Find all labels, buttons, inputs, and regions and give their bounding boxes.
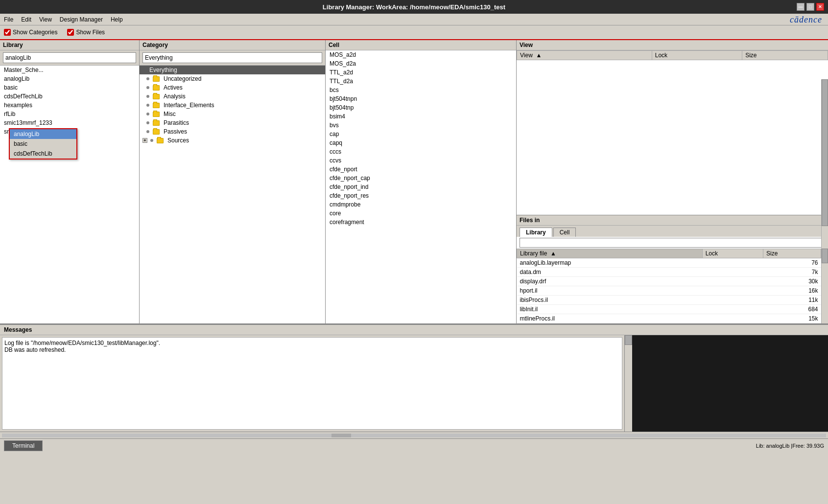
category-item-misc[interactable]: Misc [140,110,325,118]
dot-icon [146,113,149,115]
table-row[interactable]: ibisProcs.il 11k [517,296,828,305]
list-item[interactable]: cap [326,130,516,138]
file-name: analogLib.layermap [517,258,703,268]
view-col-view[interactable]: View ▲ [517,51,652,60]
list-item[interactable]: cccs [326,147,516,156]
files-scrollbar[interactable] [821,249,828,323]
dropdown-item-basic[interactable]: basic [10,139,76,149]
list-item[interactable]: basic [0,83,139,92]
files-in-header: Files in [517,215,828,226]
list-item[interactable]: corefragment [326,218,516,227]
category-item-everything[interactable]: Everything [140,66,325,74]
list-item[interactable]: bsim4 [326,112,516,121]
cat-label: Misc [164,111,176,117]
show-categories-toggle[interactable]: Show Categories [4,29,57,36]
table-row[interactable]: data.dm 7k [517,268,828,277]
folder-icon [153,76,160,82]
files-table-container: Library file ▲ Lock Size analogLib.layer… [517,249,828,323]
category-item-passives[interactable]: Passives [140,127,325,136]
maximize-button[interactable]: □ [806,3,814,11]
messages-scrollbar[interactable] [624,335,632,432]
scroll-track[interactable] [2,434,826,437]
list-item[interactable]: bjt504tnpn [326,94,516,103]
show-categories-checkbox[interactable] [4,29,11,36]
messages-scrollbar-thumb[interactable] [625,335,632,345]
list-item[interactable]: Master_Sche... [0,66,139,74]
scroll-thumb[interactable] [331,434,351,437]
window-title: Library Manager: WorkArea: /home/meow/ED… [323,3,505,11]
expand-icon[interactable]: + [142,138,147,143]
file-lock [702,277,763,286]
table-row[interactable]: hport.il 16k [517,286,828,296]
table-row[interactable]: display.drf 30k [517,277,828,286]
minimize-button[interactable]: — [797,3,804,11]
list-item[interactable]: analogLib [0,74,139,83]
tab-cell[interactable]: Cell [553,228,576,237]
list-item[interactable]: MOS_d2a [326,59,516,68]
table-row[interactable]: libInit.il 684 [517,305,828,314]
cat-label: Passives [164,128,187,135]
files-col-size[interactable]: Size [763,249,821,258]
cat-label: Analysis [164,93,186,100]
category-item-actives[interactable]: Actives [140,83,325,92]
messages-text[interactable]: Log file is "/home/meow/EDA/smic130_test… [2,337,622,430]
dot-icon [146,130,149,133]
list-item[interactable]: ccvs [326,156,516,165]
menu-view[interactable]: View [39,16,52,23]
file-name: mtlineProcs.il [517,314,703,323]
show-files-toggle[interactable]: Show Files [67,29,105,36]
close-button[interactable]: ✕ [816,3,824,11]
folder-icon [153,112,160,117]
list-item[interactable]: MOS_a2d [326,50,516,59]
list-item[interactable]: bcs [326,86,516,94]
folder-icon [153,120,160,126]
list-item[interactable]: cmdmprobe [326,200,516,209]
category-item-parasitics[interactable]: Parasitics [140,118,325,127]
file-size: 30k [763,277,821,286]
view-col-size[interactable]: Size [742,51,828,60]
list-item[interactable]: TTL_d2a [326,77,516,86]
menu-file[interactable]: File [4,16,13,23]
files-search-container [517,237,828,249]
view-col-lock[interactable]: Lock [652,51,742,60]
list-item[interactable]: smic13mmrf_1233 [0,118,139,127]
show-files-checkbox[interactable] [67,29,74,36]
library-search-input[interactable] [3,52,136,63]
dot-icon [146,121,149,124]
terminal-button[interactable]: Terminal [4,440,43,451]
messages-header: Messages [0,325,828,335]
list-item[interactable]: capq [326,138,516,147]
files-col-lock[interactable]: Lock [702,249,763,258]
category-item-uncategorized[interactable]: Uncategorized [140,74,325,83]
files-col-name[interactable]: Library file ▲ [517,249,703,258]
list-item[interactable]: bvs [326,121,516,130]
list-item[interactable]: bjt504tnp [326,103,516,112]
list-item[interactable]: TTL_a2d [326,68,516,77]
table-row[interactable]: mtlineProcs.il 15k [517,314,828,323]
tab-library[interactable]: Library [520,228,552,237]
list-item[interactable]: cfde_nport_ind [326,183,516,191]
category-search-input[interactable] [142,52,322,63]
list-item[interactable]: cfde_nport [326,165,516,174]
list-item[interactable]: hexamples [0,101,139,110]
list-item[interactable]: cdsDefTechLib [0,92,139,101]
menu-edit[interactable]: Edit [21,16,31,23]
menu-help[interactable]: Help [111,16,123,23]
category-item-analysis[interactable]: Analysis [140,92,325,101]
table-row[interactable]: analogLib.layermap 76 [517,258,828,268]
folder-icon [153,103,160,108]
files-search-input[interactable] [520,238,825,248]
list-item[interactable]: cfde_nport_res [326,191,516,200]
category-item-sources[interactable]: + Sources [140,136,325,145]
dropdown-item-analoglib[interactable]: analogLib [10,129,76,139]
dropdown-item-cdsdeftech[interactable]: cdsDefTechLib [10,149,76,159]
files-scrollbar-thumb[interactable] [822,249,828,263]
horiz-scrollbar[interactable] [0,432,828,438]
menu-design-manager[interactable]: Design Manager [60,16,103,23]
cat-label: Uncategorized [164,75,201,82]
list-item[interactable]: cfde_nport_cap [326,174,516,183]
files-in-section: Files in Library Cell Library file ▲ Loc… [517,215,828,323]
list-item[interactable]: core [326,209,516,218]
list-item[interactable]: rfLib [0,110,139,118]
category-item-interface[interactable]: Interface_Elements [140,101,325,110]
